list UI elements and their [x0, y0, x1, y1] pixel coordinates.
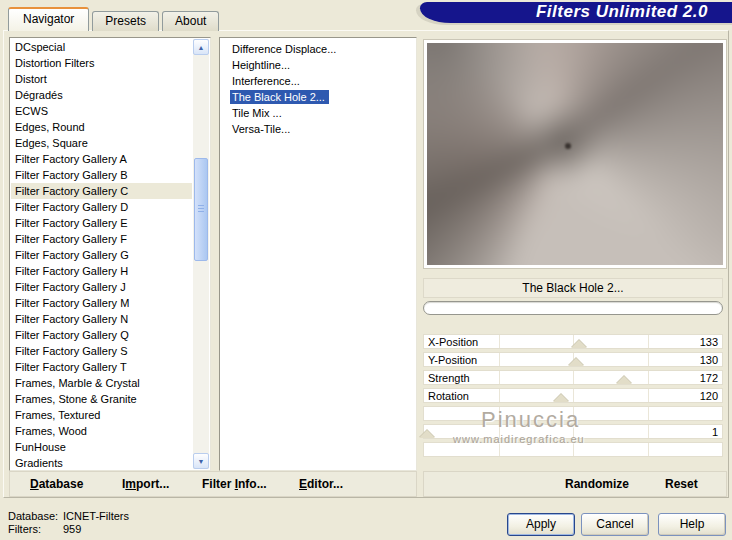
slider-tick	[499, 335, 500, 348]
category-list-item[interactable]: Filter Factory Gallery D	[11, 199, 192, 215]
left-label-post: port...	[136, 477, 169, 491]
slider-marker[interactable]	[553, 394, 569, 402]
tab-navigator[interactable]: Navigator	[8, 7, 89, 31]
slider-marker[interactable]	[616, 376, 632, 384]
toolbar-right-strip: RandomizeReset	[423, 471, 727, 497]
category-list-item[interactable]: Edges, Round	[11, 119, 192, 135]
parameter-value: 120	[700, 389, 718, 403]
scrollbar-thumb[interactable]	[194, 158, 208, 261]
left-button-0[interactable]: Database	[30, 477, 83, 491]
apply-button[interactable]: Apply	[507, 513, 575, 536]
parameter-value: 130	[700, 353, 718, 367]
category-list-item[interactable]: Dégradés	[11, 87, 192, 103]
category-list-item[interactable]: FunHouse	[11, 439, 192, 455]
cancel-button[interactable]: Cancel	[581, 513, 649, 536]
slider-marker[interactable]	[419, 430, 435, 438]
slider-tick	[499, 371, 500, 384]
progress-bar	[423, 301, 723, 315]
category-list-item[interactable]: Gradients	[11, 455, 192, 471]
preview-panel: The Black Hole 2... X-Position133Y-Posit…	[423, 37, 727, 471]
category-list-item[interactable]: Filter Factory Gallery F	[11, 231, 192, 247]
category-list-item[interactable]: Filter Factory Gallery B	[11, 167, 192, 183]
slider-tick	[499, 389, 500, 402]
right-button-0[interactable]: Randomize	[565, 477, 629, 491]
filter-list-item-label: Heightline...	[230, 58, 294, 72]
slider-tick	[648, 407, 649, 420]
left-label-key: E	[299, 477, 307, 491]
preview-frame	[423, 39, 727, 269]
category-list-item[interactable]: Filter Factory Gallery S	[11, 343, 192, 359]
filter-list-item[interactable]: Heightline...	[221, 57, 415, 73]
slider-marker[interactable]	[568, 358, 584, 366]
filter-list-item-label: The Black Hole 2...	[230, 90, 329, 104]
filter-list-item[interactable]: Interference...	[221, 73, 415, 89]
left-label-key: m	[125, 477, 136, 491]
parameter-label: Rotation	[428, 389, 469, 403]
filter-list-items: Difference Displace...Heightline...Inter…	[221, 41, 415, 137]
slider-tick	[648, 371, 649, 384]
category-list-item[interactable]: Distort	[11, 71, 192, 87]
category-list-item[interactable]: Frames, Marble & Crystal	[11, 375, 192, 391]
swirl-graphic	[427, 43, 723, 265]
category-list-item[interactable]: ECWS	[11, 103, 192, 119]
tab-about[interactable]: About	[162, 11, 219, 31]
slider-tick	[648, 389, 649, 402]
category-list-item[interactable]: DCspecial	[11, 39, 192, 55]
help-button[interactable]: Help	[658, 513, 726, 536]
category-list-item[interactable]: Filter Factory Gallery Q	[11, 327, 192, 343]
parameter-row[interactable]: Y-Position130	[423, 352, 723, 367]
filter-list-item-label: Difference Displace...	[230, 42, 340, 56]
filter-list[interactable]: Difference Displace...Heightline...Inter…	[219, 37, 417, 471]
category-list-item[interactable]: Filter Factory Gallery A	[11, 151, 192, 167]
parameter-row[interactable]: Rotation120	[423, 388, 723, 403]
category-list[interactable]: DCspecialDistortion FiltersDistortDégrad…	[9, 37, 211, 471]
category-list-item[interactable]: Frames, Wood	[11, 423, 192, 439]
filter-list-item-label: Versa-Tile...	[230, 122, 294, 136]
slider-tick	[648, 425, 649, 438]
category-list-item[interactable]: Filter Factory Gallery N	[11, 311, 192, 327]
category-list-items: DCspecialDistortion FiltersDistortDégrad…	[11, 39, 192, 471]
preview-image[interactable]	[427, 43, 723, 265]
swirl-center-dot	[565, 143, 571, 149]
category-list-item[interactable]: Filter Factory Gallery C	[11, 183, 192, 199]
category-list-item[interactable]: Filter Factory Gallery T	[11, 359, 192, 375]
parameter-row[interactable]: Strength172	[423, 370, 723, 385]
right-button-1[interactable]: Reset	[665, 477, 698, 491]
slider-tick	[648, 443, 649, 456]
scroll-down-button[interactable]: ▼	[193, 453, 209, 469]
category-list-item[interactable]: Filter Factory Gallery G	[11, 247, 192, 263]
category-list-item[interactable]: Filter Factory Gallery E	[11, 215, 192, 231]
toolbar-left-strip: DatabaseImport...Filter Info...Editor...	[9, 471, 417, 497]
category-list-item[interactable]: Edges, Square	[11, 135, 192, 151]
category-scrollbar[interactable]: ▲ ▼	[193, 39, 209, 469]
tab-presets[interactable]: Presets	[92, 11, 159, 31]
left-label-post: atabase	[39, 477, 84, 491]
left-button-1[interactable]: Import...	[122, 477, 169, 491]
watermark-name: Pinuccia	[481, 407, 580, 433]
slider-tick	[573, 371, 574, 384]
slider-tick	[499, 353, 500, 366]
category-list-item[interactable]: Filter Factory Gallery M	[11, 295, 192, 311]
status-value: 959	[63, 523, 81, 535]
category-list-item[interactable]: Filter Factory Gallery H	[11, 263, 192, 279]
parameter-label: X-Position	[428, 335, 478, 349]
category-list-item[interactable]: Frames, Stone & Granite	[11, 391, 192, 407]
scroll-up-button[interactable]: ▲	[193, 39, 209, 55]
parameter-row[interactable]: X-Position133	[423, 334, 723, 349]
parameter-value: 1	[712, 425, 718, 439]
parameter-value: 172	[700, 371, 718, 385]
left-label-key: D	[30, 477, 39, 491]
navigator-tab-page: DCspecialDistortion FiltersDistortDégrad…	[3, 30, 729, 498]
category-list-item[interactable]: Frames, Textured	[11, 407, 192, 423]
filter-list-item[interactable]: Versa-Tile...	[221, 121, 415, 137]
slider-marker[interactable]	[571, 340, 587, 348]
filter-list-item[interactable]: Difference Displace...	[221, 41, 415, 57]
category-list-item[interactable]: Filter Factory Gallery J	[11, 279, 192, 295]
filter-list-item[interactable]: The Black Hole 2...	[221, 89, 415, 105]
left-button-3[interactable]: Editor...	[299, 477, 343, 491]
category-list-item[interactable]: Distortion Filters	[11, 55, 192, 71]
filter-list-item[interactable]: Tile Mix ...	[221, 105, 415, 121]
slider-tick	[648, 335, 649, 348]
filter-list-item-label: Interference...	[230, 74, 304, 88]
left-button-2[interactable]: Filter Info...	[202, 477, 267, 491]
